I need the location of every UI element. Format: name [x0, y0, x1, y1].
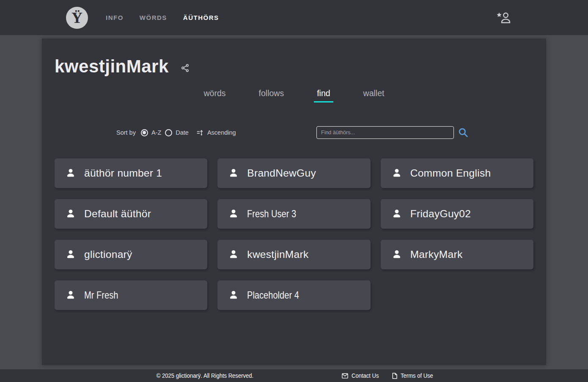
author-card[interactable]: Common English: [381, 158, 533, 188]
person-icon: [391, 168, 402, 179]
person-icon: [228, 249, 239, 260]
tab-wallet[interactable]: wallet: [360, 89, 387, 102]
controls-row: Sort by A-Z Date Ascending: [42, 126, 546, 139]
author-card[interactable]: Mr Fresh: [55, 280, 207, 310]
search-icon: [458, 127, 469, 138]
person-icon: [228, 208, 239, 219]
terms-of-use-link[interactable]: Terms of Use: [392, 372, 437, 379]
author-card[interactable]: kwestjinMark: [217, 240, 370, 269]
radio-date[interactable]: [165, 129, 172, 136]
person-icon: [65, 290, 76, 301]
nav-link-info[interactable]: INFO: [106, 14, 124, 21]
author-card[interactable]: glictionarÿ: [55, 240, 207, 269]
page-title: kwestjinMark: [55, 56, 169, 77]
author-name: Default äüthör: [84, 208, 151, 220]
person-icon: [65, 168, 76, 179]
copyright-text: © 2025 glictionarÿ. All Rights Reserved.: [157, 372, 253, 379]
author-name: Placeholder 4: [247, 289, 299, 301]
footer-links: Contact Us Terms of Use: [342, 372, 437, 379]
mail-icon: [342, 373, 348, 379]
author-name: FridayGuy02: [410, 208, 471, 220]
document-icon: [392, 373, 397, 379]
sort-by-label: Sort by: [116, 129, 136, 136]
nav-link-words[interactable]: WÖRDS: [140, 14, 167, 21]
radio-az-selected[interactable]: [141, 129, 148, 136]
tab-words[interactable]: wörds: [201, 89, 229, 102]
share-button[interactable]: [181, 64, 190, 72]
contact-us-link[interactable]: Contact Us: [342, 372, 382, 379]
tab-bar: wörds follows find wallet: [42, 89, 546, 102]
author-grid: äüthör number 1 BrandNewGuy Common Engli…: [42, 158, 546, 310]
footer: © 2025 glictionarÿ. All Rights Reserved.…: [0, 369, 588, 382]
author-name: BrandNewGuy: [247, 167, 316, 179]
share-icon: [181, 64, 190, 72]
user-account-button[interactable]: [496, 11, 512, 24]
nav-links: INFO WÖRDS ÄÜTHÖRS: [106, 14, 219, 21]
person-icon: [391, 249, 402, 260]
author-name: kwestjinMark: [247, 249, 308, 260]
author-card[interactable]: FridayGuy02: [381, 199, 533, 229]
contact-us-label: Contact Us: [352, 372, 379, 379]
person-icon: [228, 290, 239, 301]
author-name: Fresh User 3: [247, 208, 296, 220]
search-area: [316, 126, 469, 139]
search-button[interactable]: [458, 127, 469, 138]
navbar: Ÿ INFO WÖRDS ÄÜTHÖRS: [0, 0, 588, 35]
search-input[interactable]: [316, 126, 454, 139]
sort-direction-toggle[interactable]: Ascending: [196, 129, 236, 136]
author-card[interactable]: äüthör number 1: [55, 158, 207, 188]
sort-option-date[interactable]: Date: [165, 129, 189, 136]
author-name: Common English: [410, 167, 491, 179]
author-name: äüthör number 1: [84, 167, 162, 179]
author-name: glictionarÿ: [84, 249, 132, 260]
site-logo[interactable]: Ÿ: [66, 7, 88, 29]
person-icon: [228, 168, 239, 179]
sort-option-az-label: A-Z: [151, 129, 161, 136]
terms-of-use-label: Terms of Use: [401, 372, 433, 379]
logo-glyph: Ÿ: [71, 10, 82, 25]
author-card[interactable]: Fresh User 3: [217, 199, 370, 229]
sort-option-date-label: Date: [176, 129, 189, 136]
person-star-icon: [496, 11, 512, 24]
sort-controls: Sort by A-Z Date Ascending: [116, 129, 236, 136]
author-card[interactable]: MarkyMark: [381, 240, 533, 269]
tab-follows[interactable]: follows: [256, 89, 287, 102]
author-name: Mr Fresh: [84, 289, 118, 301]
main-panel: kwestjinMark wörds follows find wallet S…: [42, 39, 546, 365]
nav-link-authors[interactable]: ÄÜTHÖRS: [183, 14, 219, 21]
tab-find[interactable]: find: [314, 89, 333, 102]
person-icon: [65, 249, 76, 260]
sort-direction-label: Ascending: [207, 129, 236, 136]
sort-ascending-icon: [196, 129, 203, 136]
author-card[interactable]: Placeholder 4: [217, 280, 370, 310]
author-card[interactable]: BrandNewGuy: [217, 158, 370, 188]
author-card[interactable]: Default äüthör: [55, 199, 207, 229]
sort-option-az[interactable]: A-Z: [141, 129, 161, 136]
person-icon: [65, 208, 76, 219]
person-icon: [391, 208, 402, 219]
author-name: MarkyMark: [410, 249, 463, 260]
title-row: kwestjinMark: [42, 39, 546, 77]
